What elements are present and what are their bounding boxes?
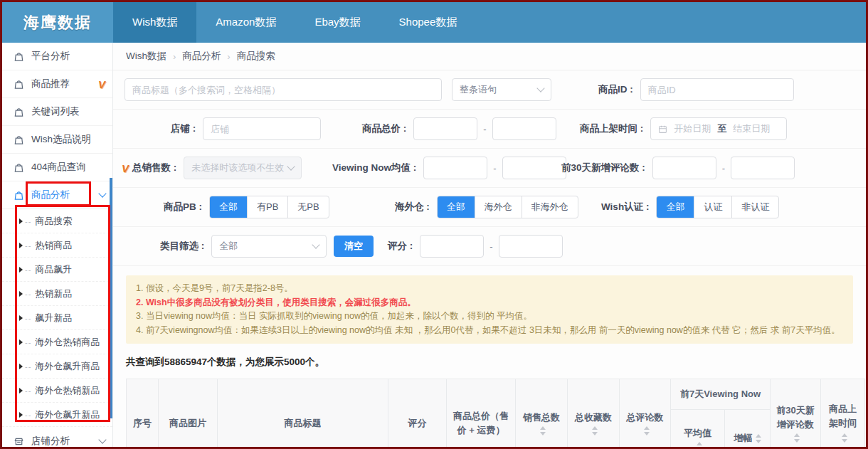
sidebar-subitem-product-surge[interactable]: -- 商品飙升 bbox=[2, 258, 112, 282]
sidebar-item-label: 平台分析 bbox=[31, 50, 105, 63]
filter-row-3: V 总销售数 : 未选择时该选项不生效 Viewing Now均值 : - 前3… bbox=[113, 149, 866, 188]
sidebar-item-label: 404商品查询 bbox=[31, 161, 105, 174]
breadcrumb-separator: › bbox=[227, 51, 230, 62]
sidebar-subitem-hot-products[interactable]: -- 热销商品 bbox=[2, 233, 112, 258]
match-mode-select[interactable]: 整条语句 bbox=[452, 78, 551, 101]
note-line-2: 2. Wish中很多商品没有被划分类目，使用类目搜索，会漏过很多商品。 bbox=[136, 296, 843, 310]
sidebar-subitem-hot-new-products[interactable]: -- 热销新品 bbox=[2, 282, 112, 306]
sort-icon[interactable] bbox=[842, 433, 847, 443]
rating-min-input[interactable] bbox=[420, 235, 484, 258]
chevron-down-icon bbox=[312, 241, 320, 248]
tree-arrow-icon bbox=[19, 291, 23, 297]
sidebar-subitem-product-search[interactable]: -- 商品搜索 bbox=[2, 209, 112, 233]
bag-icon bbox=[14, 190, 24, 201]
col-viewing-avg[interactable]: 平均值 bbox=[671, 410, 725, 448]
subitem-label: 商品搜索 bbox=[35, 215, 72, 228]
sort-icon[interactable] bbox=[644, 426, 650, 435]
subitem-label: 飙升新品 bbox=[35, 312, 72, 324]
overseas-option-no[interactable]: 非海外仓 bbox=[522, 196, 578, 218]
price-min-input[interactable] bbox=[413, 117, 477, 140]
pb-option-none[interactable]: 无PB bbox=[287, 196, 328, 218]
notes-panel: 1. 假设，今天是9号，前7天是指2-8号。 2. Wish中很多商品没有被划分… bbox=[126, 275, 853, 344]
sort-icon[interactable] bbox=[794, 433, 800, 443]
pb-option-has[interactable]: 有PB bbox=[247, 196, 287, 218]
auth-toggle-group: 全部 认证 非认证 bbox=[656, 196, 779, 218]
sidebar-subitem-overseas-hot-new[interactable]: -- 海外仓热销新品 bbox=[2, 379, 112, 403]
sidebar-item-label: 商品分析 bbox=[31, 189, 92, 201]
sort-icon[interactable] bbox=[592, 426, 598, 435]
col-total-comments[interactable]: 总评论数 bbox=[620, 379, 671, 448]
listed-date-range-picker[interactable]: 开始日期 至 结束日期 bbox=[650, 117, 787, 140]
sort-icon[interactable] bbox=[756, 434, 761, 443]
col-index: 序号 bbox=[127, 379, 159, 448]
shop-label: 店铺 : bbox=[171, 122, 196, 135]
auth-option-no[interactable]: 非认证 bbox=[731, 196, 778, 218]
category-filter-label: 类目筛选 : bbox=[160, 240, 204, 253]
category-select[interactable]: 全部 bbox=[211, 235, 327, 258]
overseas-option-all[interactable]: 全部 bbox=[438, 196, 475, 218]
viewing-now-avg-label: Viewing Now均值 : bbox=[332, 162, 416, 174]
sidebar-scrollbar[interactable] bbox=[110, 178, 112, 418]
product-id-input[interactable] bbox=[640, 78, 794, 101]
sort-icon[interactable] bbox=[540, 426, 546, 435]
sidebar-item-404-product-query[interactable]: 404商品查询 bbox=[2, 154, 112, 181]
product-title-input[interactable] bbox=[125, 78, 442, 101]
tree-arrow-icon bbox=[19, 315, 23, 321]
sidebar-item-wish-selection-guide[interactable]: Wish选品说明 bbox=[2, 126, 112, 154]
pb-option-all[interactable]: 全部 bbox=[210, 196, 247, 218]
col-total-favorites[interactable]: 总收藏数 bbox=[568, 379, 620, 448]
tree-arrow-icon bbox=[19, 243, 23, 248]
sidebar-item-shop-analysis[interactable]: 店铺分析 bbox=[2, 427, 112, 449]
col-listed-time[interactable]: 商品上架时间 bbox=[821, 379, 865, 448]
total-sales-select[interactable]: 未选择时该选项不生效 bbox=[184, 157, 302, 179]
col-total-sales[interactable]: 销售总数 bbox=[516, 379, 568, 448]
overseas-option-yes[interactable]: 海外仓 bbox=[475, 196, 522, 218]
subitem-label: 热销新品 bbox=[35, 287, 72, 300]
auth-option-all[interactable]: 全部 bbox=[657, 196, 694, 218]
sidebar-item-label: 关键词列表 bbox=[31, 105, 105, 118]
price-max-input[interactable] bbox=[492, 117, 556, 140]
shop-input[interactable] bbox=[203, 117, 321, 140]
subitem-label: 海外仓飙升新品 bbox=[35, 408, 100, 421]
bag-icon bbox=[14, 162, 24, 173]
tab-wish[interactable]: Wish数据 bbox=[113, 2, 196, 43]
sidebar-item-product-analysis[interactable]: 商品分析 bbox=[2, 181, 112, 209]
top-header: 海鹰数据 Wish数据 Amazon数据 Ebay数据 Shopee数据 bbox=[2, 2, 866, 43]
tab-ebay[interactable]: Ebay数据 bbox=[295, 2, 379, 43]
bag-icon bbox=[14, 51, 24, 62]
viewing-now-min-input[interactable] bbox=[423, 157, 487, 179]
sidebar-item-product-recommend[interactable]: 商品推荐 V bbox=[2, 70, 112, 98]
col-total-price: 商品总价（售价 + 运费） bbox=[447, 379, 516, 448]
product-id-label: 商品ID : bbox=[598, 83, 633, 96]
date-to-label: 至 bbox=[717, 122, 726, 135]
filter-row-2: 店铺 : 商品总价 : - 商品上架时间 : 开始日期 至 结束日期 bbox=[113, 110, 866, 149]
sidebar-subitem-overseas-hot-products[interactable]: -- 海外仓热销商品 bbox=[2, 330, 112, 354]
col-viewing-growth[interactable]: 增幅 bbox=[725, 410, 771, 448]
calendar-icon bbox=[658, 125, 667, 134]
tab-shopee[interactable]: Shopee数据 bbox=[380, 2, 477, 43]
comments-max-input[interactable] bbox=[731, 157, 795, 179]
pb-toggle-group: 全部 有PB 无PB bbox=[209, 196, 329, 218]
main-content: Wish数据 › 商品分析 › 商品搜索 整条语句 商品ID : bbox=[113, 43, 866, 447]
breadcrumb-item-product-analysis[interactable]: 商品分析 bbox=[182, 50, 221, 63]
col-new-comments-30d[interactable]: 前30天新增评论数 bbox=[771, 379, 821, 448]
rating-max-input[interactable] bbox=[499, 235, 563, 258]
sidebar-subitem-surge-new-products[interactable]: -- 飙升新品 bbox=[2, 306, 112, 330]
tree-arrow-icon bbox=[19, 339, 23, 345]
sort-icon-active-desc[interactable] bbox=[697, 442, 702, 448]
filter-row-1: 整条语句 商品ID : bbox=[113, 70, 866, 110]
subitem-label: 热销商品 bbox=[35, 239, 72, 252]
breadcrumb-item-wish[interactable]: Wish数据 bbox=[126, 50, 166, 63]
subitem-label: 商品飙升 bbox=[35, 263, 72, 276]
viewing-now-max-input[interactable] bbox=[502, 157, 566, 179]
sidebar-item-keyword-list[interactable]: 关键词列表 bbox=[2, 98, 112, 126]
date-end-placeholder: 结束日期 bbox=[733, 122, 770, 135]
sidebar-subitem-overseas-surge-products[interactable]: -- 海外仓飙升商品 bbox=[2, 354, 112, 379]
sidebar-subitem-overseas-surge-new[interactable]: -- 海外仓飙升新品 bbox=[2, 403, 112, 427]
comments-min-input[interactable] bbox=[652, 157, 716, 179]
product-pb-label: 商品PB : bbox=[164, 201, 202, 213]
sidebar-item-platform-analysis[interactable]: 平台分析 bbox=[2, 43, 112, 70]
clear-button[interactable]: 清空 bbox=[334, 236, 374, 257]
tab-amazon[interactable]: Amazon数据 bbox=[196, 2, 295, 43]
auth-option-yes[interactable]: 认证 bbox=[694, 196, 731, 218]
